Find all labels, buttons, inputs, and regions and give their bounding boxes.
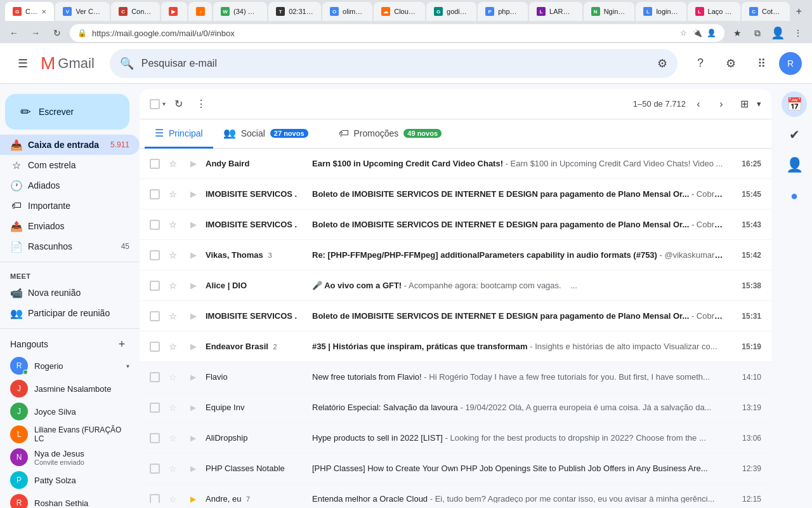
tab-login[interactable]: L login.o...: [636, 2, 686, 21]
star-page-icon[interactable]: ☆: [678, 27, 689, 39]
settings-icon[interactable]: ⚙: [718, 51, 743, 76]
star-button[interactable]: ☆: [165, 278, 180, 293]
tab-gmail-close[interactable]: ✕: [41, 8, 46, 15]
important-button[interactable]: ▶: [185, 187, 200, 202]
hangout-item-joyce[interactable]: J Joyce Silva: [0, 400, 140, 423]
important-button[interactable]: ▶: [185, 248, 200, 263]
star-button[interactable]: ☆: [165, 431, 180, 446]
tab-social-with-preview[interactable]: [318, 131, 329, 137]
right-panel-contacts-icon[interactable]: 👤: [782, 152, 807, 178]
hangout-item-jasmine[interactable]: J Jasmine Nsalambote: [0, 377, 140, 400]
important-button[interactable]: ▶: [185, 339, 200, 354]
profile-icon[interactable]: 👤: [705, 27, 717, 39]
prev-page-button[interactable]: ‹: [688, 94, 709, 114]
sidebar-item-new-meeting[interactable]: 📹 Nova reunião: [0, 283, 140, 303]
select-dropdown-arrow[interactable]: ▾: [162, 100, 166, 107]
email-checkbox[interactable]: [150, 403, 160, 413]
tab-conteudo[interactable]: C Conte...: [111, 2, 159, 21]
table-row[interactable]: ☆ ▶ Andre, eu 7 Entenda melhor a Oracle …: [140, 484, 771, 503]
important-button[interactable]: ▶: [185, 309, 200, 324]
hangout-item-liliane[interactable]: L Liliane Evans (FURAÇÃO LC: [0, 423, 140, 446]
star-button[interactable]: ☆: [165, 339, 180, 354]
important-button[interactable]: ▶: [185, 370, 200, 385]
refresh-button[interactable]: ↻: [168, 94, 188, 114]
email-checkbox[interactable]: [150, 220, 160, 230]
profile-btn[interactable]: 👤: [769, 24, 787, 42]
help-icon[interactable]: ?: [688, 51, 713, 76]
tab-gmail[interactable]: G Cai... ✕: [5, 2, 54, 21]
sidebar-item-starred[interactable]: ☆ Com estrela: [0, 155, 140, 175]
tab-time[interactable]: T 02:31:5...: [268, 2, 321, 21]
sidebar-item-snoozed[interactable]: 🕐 Adiados: [0, 175, 140, 196]
reload-button[interactable]: ↻: [48, 24, 66, 42]
sidebar-item-drafts[interactable]: 📄 Rascunhos 45: [0, 236, 140, 257]
important-button[interactable]: ▶: [185, 278, 200, 293]
tab-olimpp[interactable]: O olimpp...: [322, 2, 372, 21]
address-input[interactable]: 🔒 https://mail.google.com/mail/u/0/#inbo…: [70, 24, 724, 42]
right-panel-blue-circle-icon[interactable]: ●: [782, 183, 807, 208]
table-row[interactable]: ☆ ▶ Flavio New free tutorials from Flavi…: [140, 362, 771, 392]
hangout-item-roshan[interactable]: R Roshan Sethia: [0, 491, 140, 508]
important-button[interactable]: ▶: [185, 400, 200, 415]
search-tune-icon[interactable]: ⚙: [657, 57, 667, 70]
star-button[interactable]: ☆: [165, 400, 180, 415]
email-checkbox[interactable]: [150, 189, 160, 199]
hangout-item-rogerio[interactable]: R Rogerio ▾: [0, 354, 140, 377]
menu-icon[interactable]: ⋮: [789, 24, 807, 42]
table-row[interactable]: ☆ ▶ Equipe Inv Relatório Especial: Salva…: [140, 392, 771, 423]
tab-phpmyadmin[interactable]: P phpMy...: [478, 2, 528, 21]
email-checkbox[interactable]: [150, 342, 160, 352]
important-button[interactable]: ▶: [185, 461, 200, 476]
hangout-item-nya[interactable]: N Nya de Jesus Convite enviado: [0, 446, 140, 469]
star-button[interactable]: ☆: [165, 217, 180, 232]
email-checkbox[interactable]: [150, 433, 160, 443]
view-dropdown-icon[interactable]: ▾: [757, 99, 761, 109]
tab-ver[interactable]: V Ver Cha...: [55, 2, 110, 21]
forward-button[interactable]: →: [27, 24, 44, 42]
star-button[interactable]: ☆: [165, 187, 180, 202]
compose-button[interactable]: ✏ Escrever: [5, 94, 129, 130]
email-checkbox[interactable]: [150, 494, 160, 504]
email-checkbox[interactable]: [150, 372, 160, 382]
table-row[interactable]: ☆ ▶ IMOBISITE SERVICOS . Boleto de IMOBI…: [140, 179, 771, 210]
email-checkbox[interactable]: [150, 159, 160, 169]
right-panel-calendar-icon[interactable]: 📅: [782, 91, 807, 117]
important-button[interactable]: ▶: [185, 156, 200, 171]
star-button[interactable]: ☆: [165, 309, 180, 324]
tab-laco[interactable]: L Laço Pr...: [688, 2, 741, 21]
table-row[interactable]: ☆ ▶ IMOBISITE SERVICOS . Boleto de IMOBI…: [140, 210, 771, 240]
table-row[interactable]: ☆ ▶ IMOBISITE SERVICOS . Boleto de IMOBI…: [140, 301, 771, 331]
email-checkbox[interactable]: [150, 311, 160, 321]
new-tab-button[interactable]: +: [791, 3, 807, 20]
apps-icon[interactable]: ⠿: [749, 51, 774, 76]
important-button[interactable]: ▶: [185, 431, 200, 446]
tab-cloudflare[interactable]: ☁ Cloudfl...: [374, 2, 425, 21]
important-button[interactable]: ▶: [185, 217, 200, 232]
menu-toggle-button[interactable]: ☰: [10, 51, 36, 76]
tab-social[interactable]: 👥 Social 27 novos: [213, 119, 318, 149]
email-checkbox[interactable]: [150, 281, 160, 291]
tab-cotas[interactable]: C Cotas...: [742, 2, 790, 21]
sidebar-item-inbox[interactable]: 📥 Caixa de entrada 5.911: [0, 135, 140, 155]
hangout-item-patty[interactable]: P Patty Solza: [0, 469, 140, 491]
extensions-icon[interactable]: ⧉: [749, 24, 766, 42]
tab-whatsapp[interactable]: W (34) Wh...: [213, 2, 267, 21]
back-button[interactable]: ←: [5, 24, 23, 42]
sidebar-item-join-meeting[interactable]: 👥 Participar de reunião: [0, 303, 140, 323]
table-row[interactable]: ☆ ▶ Vikas, Thomas 3 Re: [PHP-FFMpeg/PHP-…: [140, 240, 771, 271]
table-row[interactable]: ☆ ▶ Alice | DIO 🎤 Ao vivo com a GFT! - A…: [140, 271, 771, 301]
search-bar[interactable]: 🔍 Pesquisar e-mail ⚙: [110, 49, 678, 78]
star-button[interactable]: ☆: [165, 491, 180, 504]
user-avatar[interactable]: R: [779, 52, 802, 75]
view-toggle-button[interactable]: ⊞: [734, 94, 754, 114]
star-button[interactable]: ☆: [165, 156, 180, 171]
tab-promocoes[interactable]: 🏷 Promoções 49 novos: [329, 120, 452, 149]
tab-nginx[interactable]: N Nginx I...: [584, 2, 635, 21]
email-checkbox[interactable]: [150, 250, 160, 260]
tab-youtube[interactable]: ▶: [161, 2, 188, 21]
hangouts-add-button[interactable]: +: [114, 337, 129, 352]
table-row[interactable]: ☆ ▶ Endeavor Brasil 2 #35 | Histórias qu…: [140, 331, 771, 362]
table-row[interactable]: ☆ ▶ AliDropship Hype products to sell in…: [140, 423, 771, 453]
select-all-area[interactable]: ▾: [150, 99, 166, 109]
search-input[interactable]: Pesquisar e-mail: [141, 58, 650, 69]
